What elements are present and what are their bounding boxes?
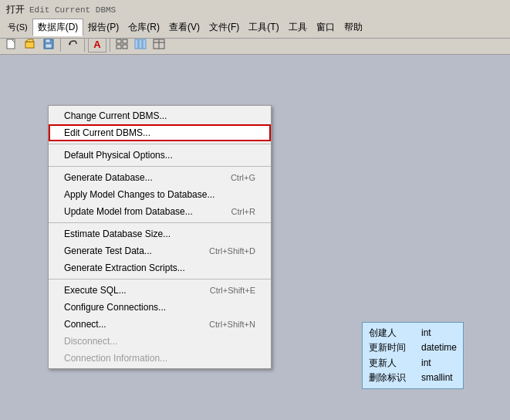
undo-icon xyxy=(67,39,78,49)
menu-update-model[interactable]: Update Model from Database... Ctrl+R xyxy=(49,203,271,220)
menu-default-physical[interactable]: Default Physical Options... xyxy=(49,147,271,164)
svg-marker-3 xyxy=(25,39,33,42)
table-card-col1-4: 删除标识 xyxy=(369,371,415,385)
table-card-col1-2: 更新时间 xyxy=(369,340,415,355)
table-card: 创建人 int 更新时间 datetime 更新人 int 删除标识 small… xyxy=(362,322,464,389)
menu-generate-extract-label: Generate Extraction Scripts... xyxy=(64,262,185,273)
separator-1 xyxy=(49,144,271,144)
menu-conn-info-label: Connection Information... xyxy=(64,353,167,364)
menu-connect-shortcut: Ctrl+Shift+N xyxy=(209,320,255,329)
menu-update-model-label: Update Model from Database... xyxy=(64,206,193,217)
table-card-row-1: 创建人 int xyxy=(369,326,457,340)
menu-change-dbms-label: Change Current DBMS... xyxy=(64,110,167,121)
title-edit-dbms: Edit Current DBMS xyxy=(29,5,116,15)
separator-2 xyxy=(49,166,271,167)
title-open-label: 打开 xyxy=(6,3,25,16)
menu-conn-info: Connection Information... xyxy=(49,350,271,367)
grid-icon xyxy=(116,39,128,49)
table-card-col2-2: datetime xyxy=(421,340,457,355)
columns-icon xyxy=(134,39,147,49)
svg-rect-11 xyxy=(123,45,127,49)
menu-change-dbms[interactable]: Change Current DBMS... xyxy=(49,107,271,124)
menu-generate-test-shortcut: Ctrl+Shift+D xyxy=(209,246,255,256)
menu-logo[interactable]: 号(S) xyxy=(3,20,32,35)
menu-apply-model-label: Apply Model Changes to Database... xyxy=(64,189,214,200)
svg-rect-13 xyxy=(139,39,142,49)
table-icon xyxy=(153,39,165,49)
svg-rect-2 xyxy=(25,42,34,48)
menu-configure-conn-label: Configure Connections... xyxy=(64,302,166,313)
menu-default-physical-label: Default Physical Options... xyxy=(64,150,173,161)
menu-file[interactable]: 文件(F) xyxy=(204,19,244,36)
menu-execute-sql[interactable]: Execute SQL... Ctrl+Shift+E xyxy=(49,282,271,299)
menu-execute-sql-label: Execute SQL... xyxy=(64,285,127,296)
table-card-row-4: 删除标识 smallint xyxy=(369,371,457,385)
menu-tools2[interactable]: 工具 xyxy=(284,19,312,36)
menu-window[interactable]: 窗口 xyxy=(312,19,339,36)
svg-rect-9 xyxy=(123,39,127,43)
menu-disconnect-label: Disconnect... xyxy=(64,336,117,347)
menu-apply-model[interactable]: Apply Model Changes to Database... xyxy=(49,186,271,203)
table-card-col1-3: 更新人 xyxy=(369,356,415,371)
dropdown-menu: Change Current DBMS... Edit Current DBMS… xyxy=(48,105,272,369)
menu-generate-db-label: Generate Database... xyxy=(64,172,153,183)
table-card-col2-4: smallint xyxy=(421,371,453,385)
toolbar-sep-3 xyxy=(110,36,110,52)
separator-3 xyxy=(49,222,271,223)
menu-bar: 号(S) 数据库(D) 报告(P) 仓库(R) 查看(V) 文件(F) 工具(T… xyxy=(0,17,510,39)
new-icon xyxy=(6,39,17,49)
table-card-row-2: 更新时间 datetime xyxy=(369,340,457,355)
diagram-area: Change Current DBMS... Edit Current DBMS… xyxy=(0,52,510,420)
toolbar-sep-1 xyxy=(60,36,61,52)
table-card-col2-3: int xyxy=(421,356,431,371)
menu-generate-db-shortcut: Ctrl+G xyxy=(231,173,255,182)
menu-report[interactable]: 报告(P) xyxy=(83,19,123,36)
svg-rect-6 xyxy=(46,44,52,48)
table-card-row-3: 更新人 int xyxy=(369,356,457,371)
svg-rect-12 xyxy=(135,39,138,49)
menu-view[interactable]: 查看(V) xyxy=(164,19,204,36)
separator-4 xyxy=(49,279,271,279)
open-icon xyxy=(25,39,35,49)
svg-rect-8 xyxy=(117,39,121,43)
menu-update-model-shortcut: Ctrl+R xyxy=(231,207,255,216)
menu-estimate-size-label: Estimate Database Size... xyxy=(64,229,171,239)
menu-generate-test-label: Generate Test Data... xyxy=(64,246,152,256)
menu-help[interactable]: 帮助 xyxy=(339,19,367,36)
menu-edit-dbms[interactable]: Edit Current DBMS... xyxy=(49,124,271,141)
menu-configure-conn[interactable]: Configure Connections... xyxy=(49,299,271,316)
menu-database[interactable]: 数据库(D) xyxy=(32,19,84,36)
menu-execute-sql-shortcut: Ctrl+Shift+E xyxy=(210,286,255,295)
menu-connect-label: Connect... xyxy=(64,319,106,330)
svg-rect-10 xyxy=(117,45,121,49)
menu-tools[interactable]: 工具(T) xyxy=(244,19,283,36)
save-icon xyxy=(43,39,54,49)
toolbar-sep-2 xyxy=(84,36,85,52)
menu-estimate-size[interactable]: Estimate Database Size... xyxy=(49,225,271,242)
svg-rect-5 xyxy=(46,39,50,42)
menu-generate-test[interactable]: Generate Test Data... Ctrl+Shift+D xyxy=(49,242,271,259)
menu-connect[interactable]: Connect... Ctrl+Shift+N xyxy=(49,316,271,333)
table-card-col2-1: int xyxy=(421,326,431,340)
menu-generate-extract[interactable]: Generate Extraction Scripts... xyxy=(49,259,271,276)
table-card-col1-1: 创建人 xyxy=(369,326,415,340)
menu-warehouse[interactable]: 仓库(R) xyxy=(123,19,164,36)
menu-edit-dbms-label: Edit Current DBMS... xyxy=(64,127,150,138)
menu-disconnect: Disconnect... xyxy=(49,333,271,350)
toolbar-letter-a: A xyxy=(93,39,100,50)
menu-generate-db[interactable]: Generate Database... Ctrl+G xyxy=(49,169,271,186)
svg-rect-14 xyxy=(143,39,146,49)
